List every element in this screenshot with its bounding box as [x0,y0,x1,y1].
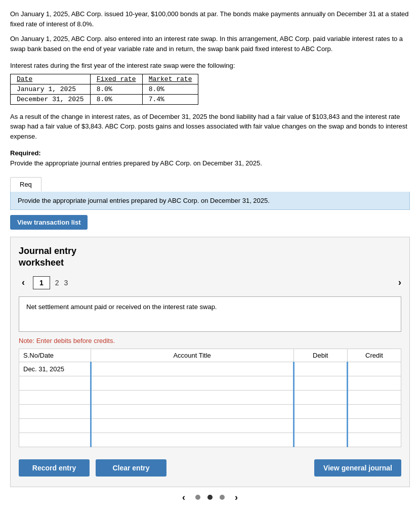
required-label: Required: [10,149,41,157]
tab-req[interactable]: Req [10,177,41,192]
account-input-cell-5[interactable] [91,418,293,433]
debit-input-cell-5[interactable] [293,418,347,433]
credit-input-3[interactable] [348,391,401,404]
debit-credit-note: Note: Enter debits before credits. [19,337,401,344]
prev-page-arrow[interactable]: ‹ [19,276,28,289]
next-page-arrow[interactable]: › [398,277,401,288]
credit-input-2[interactable] [348,376,401,390]
interest-rates-section: Interest rates during the first year of … [10,61,410,105]
current-page-box[interactable]: 1 [33,276,50,289]
journal-title: Journal entry worksheet [19,245,401,269]
account-input-cell-2[interactable] [91,376,293,390]
page-2-nav[interactable]: 2 [55,279,59,287]
credit-input-cell-3[interactable] [347,390,401,404]
entry-date-5 [19,418,91,433]
rates-header-market: Market rate [142,74,198,84]
credit-input-cell-6[interactable] [347,433,401,447]
pagination-dot-1[interactable] [195,495,200,500]
journal-entry-row-5 [19,418,401,433]
account-input-cell-1[interactable] [91,362,293,376]
debit-input-1[interactable] [295,362,347,376]
entry-date-6 [19,433,91,447]
col-header-date: S.No/Date [19,349,91,362]
entry-date-1: Dec. 31, 2025 [19,362,91,376]
record-entry-button[interactable]: Record entry [19,459,90,477]
debit-input-5[interactable] [295,419,347,433]
rates-date-1: January 1, 2025 [11,84,91,94]
journal-entry-row-4 [19,404,401,418]
clear-entry-button[interactable]: Clear entry [96,459,166,477]
page-3-nav[interactable]: 3 [64,279,68,287]
pagination-prev-arrow[interactable]: ‹ [179,491,188,504]
rates-header-fixed: Fixed rate [90,74,142,84]
debit-input-3[interactable] [295,391,347,404]
tab-req-label: Req [20,181,32,188]
account-title-input-4[interactable] [92,405,293,418]
action-buttons-row: Record entry Clear entry View general jo… [19,454,401,479]
rates-market-1: 8.0% [142,84,198,94]
account-title-input-1[interactable] [92,362,293,376]
account-input-cell-6[interactable] [91,433,293,447]
rates-date-2: December 31, 2025 [11,94,91,104]
journal-entry-worksheet: Journal entry worksheet ‹ 1 2 3 › Net se… [10,237,410,487]
intro-para1: On January 1, 2025, ABC Corp. issued 10-… [10,9,410,29]
account-input-cell-3[interactable] [91,390,293,404]
transaction-description-box: Net settlement amount paid or received o… [19,296,401,332]
journal-entry-row-3 [19,390,401,404]
required-section: Required: Provide the appropriate journa… [10,148,410,168]
journal-entry-row-6 [19,433,401,447]
account-title-input-3[interactable] [92,391,293,404]
blue-banner: Provide the appropriate journal entries … [10,192,410,210]
journal-navigation: ‹ 1 2 3 › [19,276,401,289]
table-row: January 1, 2025 8.0% 8.0% [11,84,198,94]
rates-intro-text: Interest rates during the first year of … [10,61,410,71]
rates-header-date: Date [11,74,91,84]
pagination-row: ‹ › [10,487,410,506]
debit-input-cell-6[interactable] [293,433,347,447]
intro-para2: On January 1, 2025, ABC Corp. also enter… [10,34,410,54]
tab-area: Req [10,177,410,192]
credit-input-1[interactable] [348,362,401,376]
debit-input-cell-4[interactable] [293,404,347,418]
intro-section: On January 1, 2025, ABC Corp. issued 10-… [10,9,410,54]
credit-input-cell-4[interactable] [347,404,401,418]
rates-fixed-2: 8.0% [90,94,142,104]
banner-text: Provide the appropriate journal entries … [18,197,270,204]
account-title-input-5[interactable] [92,419,293,433]
col-header-account: Account Title [91,349,293,362]
required-text: Provide the appropriate journal entries … [10,159,262,167]
entry-date-4 [19,404,91,418]
description-text: Net settlement amount paid or received o… [26,303,217,311]
rates-market-2: 7.4% [142,94,198,104]
credit-input-5[interactable] [348,419,401,433]
credit-input-4[interactable] [348,405,401,418]
credit-input-cell-1[interactable] [347,362,401,376]
debit-input-cell-2[interactable] [293,376,347,390]
col-header-debit: Debit [293,349,347,362]
debit-input-2[interactable] [295,376,347,390]
pagination-dot-2[interactable] [207,495,213,500]
journal-entry-row-2 [19,376,401,390]
account-title-input-6[interactable] [92,433,293,447]
view-general-journal-button[interactable]: View general journal [314,459,401,477]
pagination-next-arrow[interactable]: › [232,491,241,504]
rates-fixed-1: 8.0% [90,84,142,94]
debit-input-4[interactable] [295,405,347,418]
debit-input-cell-3[interactable] [293,390,347,404]
journal-entry-table: S.No/Date Account Title Debit Credit Dec… [19,349,401,447]
debit-input-6[interactable] [295,433,347,447]
credit-input-cell-5[interactable] [347,418,401,433]
journal-title-line1: Journal entry [19,246,76,256]
entry-date-2 [19,376,91,390]
debit-input-cell-1[interactable] [293,362,347,376]
col-header-credit: Credit [347,349,401,362]
account-title-input-2[interactable] [92,376,293,390]
view-transaction-list-button[interactable]: View transaction list [10,215,88,230]
credit-input-6[interactable] [348,433,401,447]
fair-value-section: As a result of the change in interest ra… [10,112,410,142]
account-input-cell-4[interactable] [91,404,293,418]
credit-input-cell-2[interactable] [347,376,401,390]
pagination-dot-3[interactable] [220,495,225,500]
rates-table: Date Fixed rate Market rate January 1, 2… [10,74,198,105]
entry-date-3 [19,390,91,404]
